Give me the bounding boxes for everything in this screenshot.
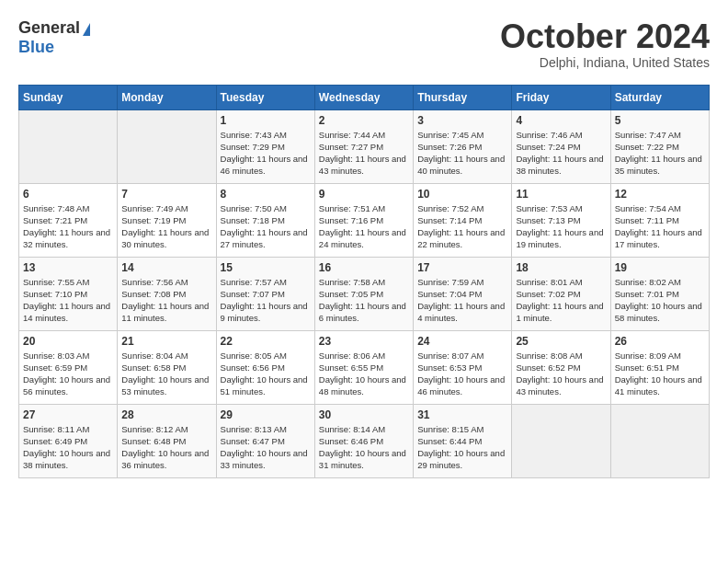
- day-cell: [610, 404, 709, 477]
- day-cell: 1Sunrise: 7:43 AM Sunset: 7:29 PM Daylig…: [216, 109, 314, 183]
- page-header: General Blue October 2024 Delphi, Indian…: [18, 18, 710, 70]
- day-info: Sunrise: 7:56 AM Sunset: 7:08 PM Dayligh…: [121, 276, 211, 325]
- day-cell: 10Sunrise: 7:52 AM Sunset: 7:14 PM Dayli…: [414, 183, 512, 257]
- day-number: 21: [121, 335, 211, 348]
- day-info: Sunrise: 7:45 AM Sunset: 7:26 PM Dayligh…: [417, 129, 507, 178]
- week-row: 27Sunrise: 8:11 AM Sunset: 6:49 PM Dayli…: [19, 404, 710, 477]
- day-cell: 31Sunrise: 8:15 AM Sunset: 6:44 PM Dayli…: [414, 404, 512, 477]
- header-cell-friday: Friday: [512, 85, 610, 109]
- day-cell: 14Sunrise: 7:56 AM Sunset: 7:08 PM Dayli…: [118, 257, 216, 330]
- day-number: 14: [121, 261, 211, 274]
- day-number: 4: [516, 114, 606, 127]
- day-info: Sunrise: 8:13 AM Sunset: 6:47 PM Dayligh…: [221, 423, 311, 472]
- day-cell: 25Sunrise: 8:08 AM Sunset: 6:52 PM Dayli…: [512, 330, 610, 404]
- day-info: Sunrise: 7:57 AM Sunset: 7:07 PM Dayligh…: [221, 276, 311, 325]
- day-cell: 23Sunrise: 8:06 AM Sunset: 6:55 PM Dayli…: [314, 330, 413, 404]
- day-info: Sunrise: 7:52 AM Sunset: 7:14 PM Dayligh…: [417, 202, 507, 251]
- day-cell: 6Sunrise: 7:48 AM Sunset: 7:21 PM Daylig…: [19, 183, 118, 257]
- calendar-header: SundayMondayTuesdayWednesdayThursdayFrid…: [19, 85, 710, 109]
- day-cell: 9Sunrise: 7:51 AM Sunset: 7:16 PM Daylig…: [314, 183, 413, 257]
- day-cell: [19, 109, 118, 183]
- day-info: Sunrise: 8:11 AM Sunset: 6:49 PM Dayligh…: [23, 423, 113, 472]
- week-row: 1Sunrise: 7:43 AM Sunset: 7:29 PM Daylig…: [19, 109, 710, 183]
- day-info: Sunrise: 8:03 AM Sunset: 6:59 PM Dayligh…: [23, 350, 113, 398]
- header-cell-wednesday: Wednesday: [314, 85, 413, 109]
- day-number: 28: [121, 408, 211, 421]
- day-cell: 5Sunrise: 7:47 AM Sunset: 7:22 PM Daylig…: [610, 109, 709, 183]
- day-info: Sunrise: 8:01 AM Sunset: 7:02 PM Dayligh…: [516, 276, 606, 325]
- day-number: 29: [221, 408, 311, 421]
- day-cell: 20Sunrise: 8:03 AM Sunset: 6:59 PM Dayli…: [19, 330, 118, 404]
- day-number: 26: [615, 335, 705, 348]
- calendar-table: SundayMondayTuesdayWednesdayThursdayFrid…: [18, 85, 710, 478]
- day-number: 2: [319, 114, 409, 127]
- day-info: Sunrise: 7:53 AM Sunset: 7:13 PM Dayligh…: [516, 202, 606, 251]
- day-info: Sunrise: 7:59 AM Sunset: 7:04 PM Dayligh…: [417, 276, 507, 325]
- day-cell: 13Sunrise: 7:55 AM Sunset: 7:10 PM Dayli…: [19, 257, 118, 330]
- day-number: 23: [319, 335, 409, 348]
- day-cell: 4Sunrise: 7:46 AM Sunset: 7:24 PM Daylig…: [512, 109, 610, 183]
- day-number: 3: [417, 114, 507, 127]
- day-info: Sunrise: 8:15 AM Sunset: 6:44 PM Dayligh…: [417, 423, 507, 472]
- day-cell: 3Sunrise: 7:45 AM Sunset: 7:26 PM Daylig…: [414, 109, 512, 183]
- day-info: Sunrise: 8:12 AM Sunset: 6:48 PM Dayligh…: [121, 423, 211, 472]
- day-info: Sunrise: 8:05 AM Sunset: 6:56 PM Dayligh…: [221, 350, 311, 398]
- day-number: 20: [23, 335, 113, 348]
- day-cell: 29Sunrise: 8:13 AM Sunset: 6:47 PM Dayli…: [216, 404, 314, 477]
- day-number: 25: [516, 335, 606, 348]
- day-number: 17: [417, 261, 507, 274]
- header-cell-sunday: Sunday: [19, 85, 118, 109]
- header-row: SundayMondayTuesdayWednesdayThursdayFrid…: [19, 85, 710, 109]
- day-cell: 17Sunrise: 7:59 AM Sunset: 7:04 PM Dayli…: [414, 257, 512, 330]
- day-info: Sunrise: 8:08 AM Sunset: 6:52 PM Dayligh…: [516, 350, 606, 398]
- day-info: Sunrise: 8:09 AM Sunset: 6:51 PM Dayligh…: [615, 350, 705, 398]
- day-cell: 21Sunrise: 8:04 AM Sunset: 6:58 PM Dayli…: [118, 330, 216, 404]
- logo-triangle-icon: [83, 23, 90, 36]
- day-info: Sunrise: 7:50 AM Sunset: 7:18 PM Dayligh…: [221, 202, 311, 251]
- day-cell: 30Sunrise: 8:14 AM Sunset: 6:46 PM Dayli…: [314, 404, 413, 477]
- week-row: 13Sunrise: 7:55 AM Sunset: 7:10 PM Dayli…: [19, 257, 710, 330]
- day-info: Sunrise: 7:54 AM Sunset: 7:11 PM Dayligh…: [615, 202, 705, 251]
- day-info: Sunrise: 7:55 AM Sunset: 7:10 PM Dayligh…: [23, 276, 113, 325]
- logo: General Blue: [18, 18, 90, 57]
- header-cell-thursday: Thursday: [414, 85, 512, 109]
- logo-general: General: [18, 18, 80, 38]
- day-number: 16: [319, 261, 409, 274]
- day-number: 6: [23, 188, 113, 201]
- day-cell: 15Sunrise: 7:57 AM Sunset: 7:07 PM Dayli…: [216, 257, 314, 330]
- day-cell: 19Sunrise: 8:02 AM Sunset: 7:01 PM Dayli…: [610, 257, 709, 330]
- day-cell: 2Sunrise: 7:44 AM Sunset: 7:27 PM Daylig…: [314, 109, 413, 183]
- calendar-body: 1Sunrise: 7:43 AM Sunset: 7:29 PM Daylig…: [19, 109, 710, 477]
- header-cell-saturday: Saturday: [610, 85, 709, 109]
- day-cell: 26Sunrise: 8:09 AM Sunset: 6:51 PM Dayli…: [610, 330, 709, 404]
- day-number: 10: [417, 188, 507, 201]
- day-cell: [118, 109, 216, 183]
- title-section: October 2024 Delphi, Indiana, United Sta…: [500, 18, 710, 70]
- day-number: 1: [221, 114, 311, 127]
- month-title: October 2024: [500, 18, 710, 55]
- header-cell-tuesday: Tuesday: [216, 85, 314, 109]
- day-number: 27: [23, 408, 113, 421]
- day-cell: 8Sunrise: 7:50 AM Sunset: 7:18 PM Daylig…: [216, 183, 314, 257]
- day-number: 15: [221, 261, 311, 274]
- day-cell: 12Sunrise: 7:54 AM Sunset: 7:11 PM Dayli…: [610, 183, 709, 257]
- day-info: Sunrise: 8:06 AM Sunset: 6:55 PM Dayligh…: [319, 350, 409, 398]
- day-info: Sunrise: 7:49 AM Sunset: 7:19 PM Dayligh…: [121, 202, 211, 251]
- day-cell: 7Sunrise: 7:49 AM Sunset: 7:19 PM Daylig…: [118, 183, 216, 257]
- week-row: 6Sunrise: 7:48 AM Sunset: 7:21 PM Daylig…: [19, 183, 710, 257]
- day-number: 12: [615, 188, 705, 201]
- day-info: Sunrise: 7:43 AM Sunset: 7:29 PM Dayligh…: [221, 129, 311, 178]
- day-info: Sunrise: 8:04 AM Sunset: 6:58 PM Dayligh…: [121, 350, 211, 398]
- day-info: Sunrise: 8:02 AM Sunset: 7:01 PM Dayligh…: [615, 276, 705, 325]
- day-cell: 27Sunrise: 8:11 AM Sunset: 6:49 PM Dayli…: [19, 404, 118, 477]
- day-number: 22: [221, 335, 311, 348]
- week-row: 20Sunrise: 8:03 AM Sunset: 6:59 PM Dayli…: [19, 330, 710, 404]
- day-number: 5: [615, 114, 705, 127]
- location: Delphi, Indiana, United States: [500, 55, 710, 70]
- day-number: 19: [615, 261, 705, 274]
- day-cell: 18Sunrise: 8:01 AM Sunset: 7:02 PM Dayli…: [512, 257, 610, 330]
- day-info: Sunrise: 8:14 AM Sunset: 6:46 PM Dayligh…: [319, 423, 409, 472]
- day-number: 9: [319, 188, 409, 201]
- day-number: 18: [516, 261, 606, 274]
- day-info: Sunrise: 7:44 AM Sunset: 7:27 PM Dayligh…: [319, 129, 409, 178]
